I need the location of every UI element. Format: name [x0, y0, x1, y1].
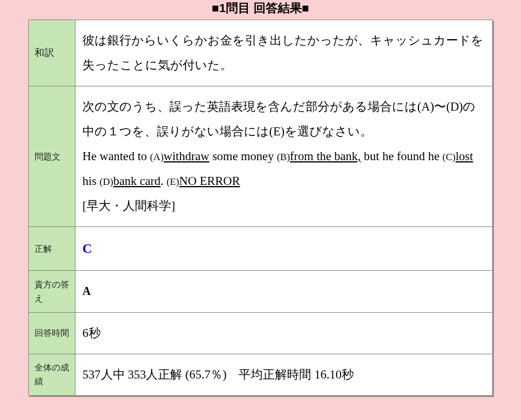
mid3: his [82, 174, 100, 188]
page-title: ■1問目 回答結果■ [0, 0, 521, 16]
mid1: some money [209, 149, 277, 163]
label-translation: 和訳 [29, 20, 75, 86]
mid2: but he found he [361, 149, 443, 163]
cell-question: 次の文のうち、誤った英語表現を含んだ部分がある場合には(A)〜(D)の中の１つを… [75, 86, 493, 227]
question-source: [早大・人間科学] [82, 199, 175, 213]
row-your-answer: 貴方の答え A [29, 271, 493, 312]
part-d: bank card [113, 174, 160, 188]
tag-c: (C) [443, 152, 456, 162]
row-translation: 和訳 彼は銀行からいくらかお金を引き出したかったが、キャッシュカードを失ったこと… [29, 20, 493, 86]
result-table: 和訳 彼は銀行からいくらかお金を引き出したかったが、キャッシュカードを失ったこと… [28, 20, 493, 396]
cell-correct: C [75, 227, 493, 271]
question-instruction: 次の文のうち、誤った英語表現を含んだ部分がある場合には(A)〜(D)の中の１つを… [82, 100, 475, 138]
sentence-pre: He wanted to [82, 149, 150, 163]
label-stats: 全体の成績 [29, 354, 75, 395]
row-stats: 全体の成績 537人中 353人正解 (65.7％) 平均正解時間 16.10秒 [29, 354, 493, 395]
part-a: withdraw [164, 149, 209, 163]
label-your-answer: 貴方の答え [29, 271, 75, 312]
correct-value: C [82, 241, 92, 256]
label-correct: 正解 [29, 227, 75, 271]
part-c: lost [456, 149, 473, 163]
row-correct: 正解 C [29, 227, 493, 271]
tag-a: (A) [150, 152, 164, 162]
row-time: 回答時間 6秒 [29, 312, 493, 354]
cell-your-answer: A [75, 271, 493, 312]
part-e: NO ERROR [179, 174, 240, 188]
label-time: 回答時間 [29, 312, 75, 354]
tag-e: (E) [167, 176, 179, 187]
cell-stats: 537人中 353人正解 (65.7％) 平均正解時間 16.10秒 [75, 354, 493, 395]
cell-translation: 彼は銀行からいくらかお金を引き出したかったが、キャッシュカードを失ったことに気が… [75, 20, 493, 86]
mid4: . [161, 174, 167, 188]
tag-d: (D) [100, 176, 114, 187]
part-b: from the bank, [290, 149, 361, 163]
label-question: 問題文 [29, 86, 75, 227]
your-answer-value: A [82, 285, 90, 297]
tag-b: (B) [277, 152, 290, 162]
row-question: 問題文 次の文のうち、誤った英語表現を含んだ部分がある場合には(A)〜(D)の中… [29, 86, 493, 227]
cell-time: 6秒 [75, 312, 493, 354]
